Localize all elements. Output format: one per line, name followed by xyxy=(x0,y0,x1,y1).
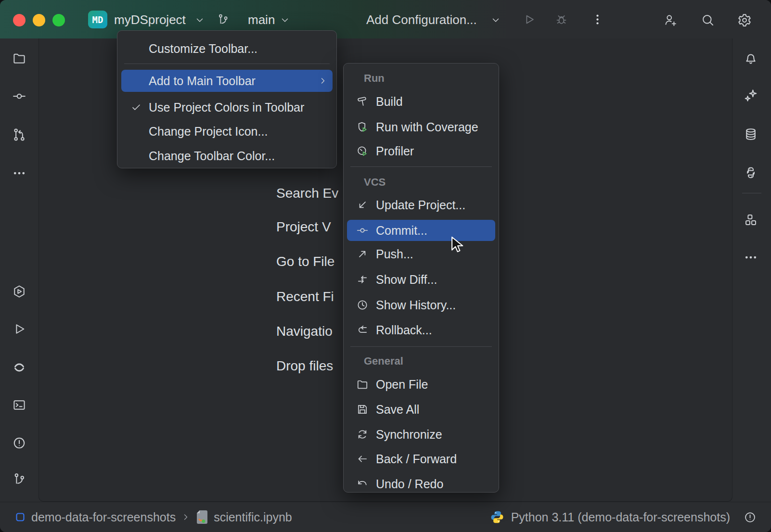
right-tool-window-bar xyxy=(732,38,771,502)
arrow-up-right-icon xyxy=(356,248,369,260)
folder-icon xyxy=(356,378,369,391)
run-configuration-selector[interactable]: Add Configuration... xyxy=(366,13,477,27)
menu-item-run-with-coverage[interactable]: Run with Coverage xyxy=(344,116,499,138)
python-packages-icon[interactable] xyxy=(744,165,758,180)
close-window-button[interactable] xyxy=(13,14,26,26)
ai-assistant-icon[interactable] xyxy=(744,88,758,102)
mouse-cursor xyxy=(449,236,463,255)
editor-tip: Drop files xyxy=(276,358,333,374)
menu-item-save-all[interactable]: Save All xyxy=(344,398,499,420)
debug-button-icon[interactable] xyxy=(555,13,568,26)
menu-separator xyxy=(350,346,492,347)
menu-item-synchronize[interactable]: Synchronize xyxy=(344,423,499,445)
add-user-icon[interactable] xyxy=(663,13,677,27)
jupyter-notebook-icon xyxy=(196,510,208,524)
shield-run-icon xyxy=(356,121,369,133)
interpreter-widget[interactable]: Python 3.11 (demo-data-for-screenshots) xyxy=(511,510,730,524)
project-widget-icon xyxy=(14,511,26,523)
checkmark-icon xyxy=(130,101,142,113)
menu-item-change-project-icon[interactable]: Change Project Icon... xyxy=(117,120,336,142)
run-tool-icon[interactable] xyxy=(12,322,26,336)
status-bar: demo-data-for-screenshots scientific.ipy… xyxy=(0,502,771,532)
add-to-toolbar-submenu: Run Build Run with Coverage Profiler VCS… xyxy=(343,63,499,493)
sidebar-separator xyxy=(742,193,761,193)
menu-item-show-diff[interactable]: Show Diff... xyxy=(344,268,499,291)
sync-icon xyxy=(356,428,369,441)
git-branch-icon[interactable] xyxy=(217,13,230,26)
menu-item-build[interactable]: Build xyxy=(344,90,499,113)
section-header-run: Run xyxy=(364,71,385,86)
search-icon[interactable] xyxy=(701,13,715,27)
problems-icon[interactable] xyxy=(12,436,26,450)
ide-window: MD myDSproject main Add Configuration... xyxy=(0,0,771,532)
breadcrumb-file[interactable]: scientific.ipynb xyxy=(214,510,292,524)
settings-gear-icon[interactable] xyxy=(737,13,752,27)
menu-separator xyxy=(350,166,492,167)
clock-icon xyxy=(356,299,369,311)
menu-item-undo-redo[interactable]: Undo / Redo xyxy=(344,473,499,495)
editor-tip: Navigatio xyxy=(276,324,333,339)
editor-tip: Search Ev xyxy=(276,186,338,201)
project-name[interactable]: myDSproject xyxy=(114,13,186,27)
project-badge[interactable]: MD xyxy=(88,11,107,28)
menu-item-profiler[interactable]: Profiler xyxy=(344,140,499,162)
arrow-left-icon xyxy=(356,453,369,465)
menu-item-update-project[interactable]: Update Project... xyxy=(344,194,499,216)
section-header-general: General xyxy=(364,354,403,368)
minimize-window-button[interactable] xyxy=(33,14,45,26)
python-logo-icon xyxy=(490,510,504,524)
title-bar: MD myDSproject main Add Configuration... xyxy=(0,0,771,38)
run-button-icon[interactable] xyxy=(523,13,536,26)
floppy-icon xyxy=(356,403,369,416)
structure-icon[interactable] xyxy=(744,213,758,227)
error-info-icon[interactable] xyxy=(744,511,757,524)
section-header-vcs: VCS xyxy=(364,175,386,190)
window-controls xyxy=(13,14,65,26)
hammer-icon xyxy=(356,95,369,108)
editor-tip: Go to File xyxy=(276,254,334,269)
editor-tip: Project V xyxy=(276,219,331,235)
chevron-right-icon xyxy=(181,512,191,522)
zoom-window-button[interactable] xyxy=(52,14,65,26)
breadcrumb-project[interactable]: demo-data-for-screenshots xyxy=(31,510,176,524)
python-console-icon[interactable] xyxy=(12,360,26,375)
left-tool-window-bar xyxy=(0,38,39,502)
menu-item-show-history[interactable]: Show History... xyxy=(344,294,499,316)
notifications-bell-icon[interactable] xyxy=(744,51,758,65)
menu-item-back-forward[interactable]: Back / Forward xyxy=(344,448,499,470)
project-folder-icon[interactable] xyxy=(12,51,26,65)
diff-icon xyxy=(356,273,369,286)
menu-item-change-toolbar-color[interactable]: Change Toolbar Color... xyxy=(117,145,336,167)
commit-tool-icon[interactable] xyxy=(12,89,26,103)
menu-item-add-to-main-toolbar[interactable]: Add to Main Toolbar xyxy=(117,70,336,92)
chevron-down-icon xyxy=(490,15,501,25)
menu-separator xyxy=(124,63,330,64)
submenu-arrow-icon xyxy=(318,76,328,86)
more-options-icon[interactable] xyxy=(591,13,604,26)
rollback-icon xyxy=(356,324,369,336)
database-icon[interactable] xyxy=(744,127,758,141)
terminal-icon[interactable] xyxy=(12,398,26,412)
pull-requests-icon[interactable] xyxy=(12,127,26,142)
arrow-down-left-icon xyxy=(356,199,369,211)
menu-item-open-file[interactable]: Open File xyxy=(344,373,499,395)
menu-item-use-project-colors[interactable]: Use Project Colors in Toolbar xyxy=(117,96,336,118)
services-icon[interactable] xyxy=(12,284,26,299)
more-tool-windows-icon[interactable] xyxy=(12,166,26,180)
branch-name[interactable]: main xyxy=(248,13,275,27)
menu-item-customize-toolbar[interactable]: Customize Toolbar... xyxy=(117,38,336,60)
menu-item-commit[interactable]: Commit... xyxy=(344,219,499,241)
chevron-down-icon xyxy=(194,15,205,25)
more-tool-windows-icon[interactable] xyxy=(744,250,758,265)
undo-icon xyxy=(356,478,369,490)
version-control-icon[interactable] xyxy=(12,472,26,486)
commit-icon xyxy=(356,224,369,237)
menu-item-rollback[interactable]: Rollback... xyxy=(344,319,499,341)
menu-item-push[interactable]: Push... xyxy=(344,243,499,265)
toolbar-context-menu: Customize Toolbar... Add to Main Toolbar… xyxy=(117,30,337,168)
chevron-down-icon xyxy=(280,15,290,25)
profiler-icon xyxy=(356,145,369,157)
editor-tip: Recent Fi xyxy=(276,289,334,304)
